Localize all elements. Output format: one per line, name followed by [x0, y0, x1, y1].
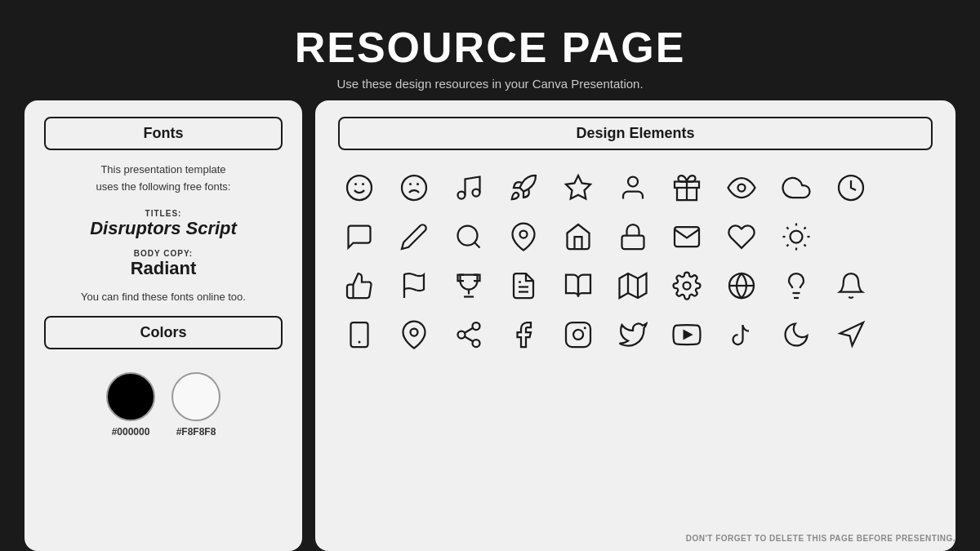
svg-line-21 — [787, 227, 789, 229]
smile-icon — [338, 167, 381, 209]
icons-grid — [338, 167, 933, 356]
trophy-icon — [448, 264, 490, 307]
person-icon — [612, 167, 654, 209]
fonts-description: This presentation template uses the foll… — [96, 162, 231, 196]
location-icon — [393, 313, 435, 356]
settings-icon — [666, 264, 708, 307]
empty5-icon — [884, 313, 927, 356]
phone-icon — [338, 313, 381, 356]
share-icon — [448, 313, 490, 356]
empty2-icon — [830, 216, 872, 258]
svg-point-41 — [410, 329, 417, 336]
left-panel: Fonts This presentation template uses th… — [24, 100, 302, 551]
gift-icon — [666, 167, 708, 209]
color-swatch-black: #000000 — [106, 372, 155, 438]
svg-point-9 — [628, 177, 638, 187]
chat-icon — [338, 216, 381, 258]
svg-line-22 — [804, 245, 806, 247]
svg-point-6 — [457, 192, 465, 199]
svg-point-42 — [472, 322, 479, 330]
instagram-icon — [557, 313, 599, 356]
titles-font-name: Disruptors Script — [90, 218, 237, 239]
star-icon — [557, 167, 599, 209]
bulb-icon — [775, 264, 817, 307]
facebook-icon — [502, 313, 545, 356]
svg-point-3 — [402, 176, 426, 200]
body-label: BODY COPY: — [134, 249, 193, 258]
svg-point-0 — [347, 176, 372, 200]
content-area: Fonts This presentation template uses th… — [0, 100, 980, 551]
svg-marker-31 — [619, 273, 646, 298]
color-swatches: #000000 #F8F8F8 — [106, 372, 220, 438]
cloud-icon — [775, 167, 817, 209]
fonts-section-header: Fonts — [44, 117, 283, 150]
twitter-icon — [612, 313, 654, 356]
svg-line-45 — [465, 336, 473, 341]
svg-marker-49 — [684, 331, 692, 338]
svg-point-12 — [738, 184, 746, 192]
home-icon — [557, 216, 599, 258]
page-header: RESOURCE PAGE Use these design resources… — [295, 0, 686, 100]
pin-icon — [502, 216, 545, 258]
empty-icon — [884, 167, 927, 209]
svg-marker-8 — [566, 176, 590, 199]
search-icon — [448, 216, 490, 258]
svg-rect-17 — [621, 236, 644, 250]
svg-line-46 — [465, 328, 473, 333]
globe-icon — [720, 264, 763, 307]
colors-section-header: Colors — [44, 316, 283, 349]
flag-icon — [393, 264, 435, 307]
heart-icon — [720, 216, 763, 258]
tiktok-icon — [720, 313, 763, 356]
moon-icon — [775, 313, 817, 356]
empty4-icon — [884, 264, 927, 307]
pencil-icon — [393, 216, 435, 258]
eye-icon — [720, 167, 763, 209]
map-icon — [612, 264, 654, 307]
bell-icon — [830, 264, 872, 307]
mail-icon — [666, 216, 708, 258]
color-circle-white — [172, 372, 220, 421]
svg-point-34 — [684, 282, 691, 290]
page-title: RESOURCE PAGE — [295, 23, 686, 72]
svg-point-18 — [791, 231, 803, 243]
sun-icon — [775, 216, 817, 258]
music-icon — [448, 167, 490, 209]
titles-label: TITLES: — [145, 209, 182, 218]
svg-point-16 — [519, 231, 527, 238]
lock-icon — [612, 216, 654, 258]
color-circle-black — [106, 372, 155, 421]
rocket-icon — [502, 167, 545, 209]
document-icon — [502, 264, 545, 307]
find-fonts-text: You can find these fonts online too. — [81, 291, 246, 303]
color-swatch-white: #F8F8F8 — [172, 372, 220, 438]
svg-line-15 — [474, 242, 480, 248]
thumbsup-icon — [338, 264, 381, 307]
color-hex-white: #F8F8F8 — [176, 426, 216, 438]
right-panel: Design Elements — [315, 100, 956, 551]
megaphone-icon — [830, 313, 872, 356]
body-font-name: Radiant — [131, 258, 197, 279]
book-icon — [557, 264, 599, 307]
svg-point-44 — [472, 340, 479, 347]
svg-point-43 — [457, 331, 465, 339]
sad-icon — [393, 167, 435, 209]
color-hex-black: #000000 — [112, 426, 150, 438]
svg-line-26 — [804, 227, 806, 229]
page-subtitle: Use these design resources in your Canva… — [295, 77, 686, 91]
footer-note: DON'T FORGET TO DELETE THIS PAGE BEFORE … — [686, 534, 956, 543]
empty3-icon — [884, 216, 927, 258]
svg-rect-47 — [566, 322, 590, 347]
svg-point-14 — [457, 226, 477, 246]
clock-icon — [830, 167, 872, 209]
svg-point-7 — [472, 189, 479, 197]
design-elements-header: Design Elements — [338, 117, 933, 150]
youtube-icon — [666, 313, 708, 356]
svg-line-25 — [787, 245, 789, 247]
